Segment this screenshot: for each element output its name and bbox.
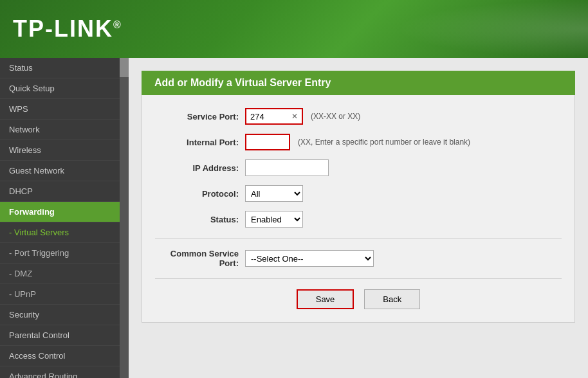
scrollbar[interactable] [120, 58, 129, 378]
page-title: Add or Modify a Virtual Server Entry [142, 71, 575, 95]
sidebar-item-wireless[interactable]: Wireless [0, 140, 129, 161]
internal-port-row: Internal Port: (XX, Enter a specific por… [155, 134, 562, 150]
logo: TP-LINK® [13, 15, 122, 42]
sidebar-item-wps[interactable]: WPS [0, 99, 129, 120]
common-service-port-select[interactable]: --Select One-- FTP HTTP HTTPS SMTP DNS T… [245, 250, 374, 267]
sidebar-item-access-control[interactable]: Access Control [0, 346, 129, 366]
sidebar-item-parental-control[interactable]: Parental Control [0, 325, 129, 346]
sidebar-item-guest-network[interactable]: Guest Network [0, 161, 129, 181]
common-service-port-row: Common Service Port: --Select One-- FTP … [155, 249, 562, 268]
status-label: Status: [155, 215, 245, 224]
protocol-row: Protocol: All TCP UDP [155, 185, 562, 202]
internal-port-wrapper: (XX, Enter a specific port number or lea… [245, 134, 470, 150]
status-row: Status: Enabled Disabled [155, 211, 562, 228]
ip-address-row: IP Address: [155, 159, 562, 176]
common-service-port-label: Common Service Port: [155, 249, 245, 268]
sidebar-item-dhcp[interactable]: DHCP [0, 181, 129, 202]
status-select[interactable]: Enabled Disabled [245, 211, 303, 228]
sidebar-item-dmz[interactable]: - DMZ [0, 264, 129, 284]
sidebar: Status Quick Setup WPS Network Wireless … [0, 58, 129, 378]
service-port-label: Service Port: [155, 112, 245, 122]
sidebar-item-status[interactable]: Status [0, 58, 129, 78]
sidebar-item-port-triggering[interactable]: - Port Triggering [0, 243, 129, 264]
buttons-row: Save Back [155, 289, 562, 309]
protocol-select[interactable]: All TCP UDP [245, 185, 303, 202]
internal-port-input[interactable] [245, 134, 290, 150]
content-area: Add or Modify a Virtual Server Entry Ser… [129, 58, 588, 378]
service-port-wrapper: ✕ (XX-XX or XX) [245, 108, 360, 125]
protocol-label: Protocol: [155, 189, 245, 199]
ip-address-input[interactable] [245, 159, 329, 176]
sidebar-item-forwarding[interactable]: Forwarding [0, 202, 129, 222]
sidebar-item-upnp[interactable]: - UPnP [0, 284, 129, 305]
service-port-row: Service Port: ✕ (XX-XX or XX) [155, 108, 562, 125]
internal-port-label: Internal Port: [155, 138, 245, 147]
sidebar-item-network[interactable]: Network [0, 120, 129, 140]
save-button[interactable]: Save [297, 289, 354, 309]
internal-port-hint: (XX, Enter a specific port number or lea… [298, 138, 470, 147]
divider-1 [155, 238, 562, 239]
sidebar-item-advanced-routing[interactable]: Advanced Routing [0, 366, 129, 378]
back-button[interactable]: Back [364, 289, 420, 309]
sidebar-item-security[interactable]: Security [0, 305, 129, 325]
form-section: Service Port: ✕ (XX-XX or XX) Internal P… [142, 95, 575, 323]
sidebar-item-virtual-servers[interactable]: - Virtual Servers [0, 222, 129, 243]
ip-address-label: IP Address: [155, 163, 245, 173]
sidebar-item-quick-setup[interactable]: Quick Setup [0, 78, 129, 99]
scrollbar-thumb[interactable] [120, 58, 129, 77]
service-port-hint: (XX-XX or XX) [311, 112, 360, 121]
service-port-clear-button[interactable]: ✕ [289, 112, 300, 121]
main-layout: Status Quick Setup WPS Network Wireless … [0, 58, 588, 378]
header: TP-LINK® [0, 0, 588, 58]
divider-2 [155, 278, 562, 279]
